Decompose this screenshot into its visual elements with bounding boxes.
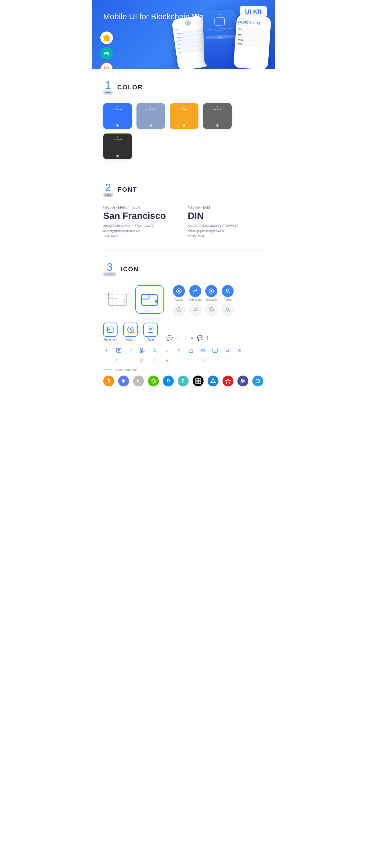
icon-circle-fill: ● — [191, 335, 194, 341]
svg-point-27 — [209, 307, 214, 312]
svg-rect-53 — [144, 351, 145, 351]
font-section-title: FONT — [118, 186, 137, 193]
crypto-ark — [223, 376, 233, 386]
svg-rect-80 — [243, 379, 245, 381]
svg-rect-72 — [196, 378, 198, 381]
icon-blueprint-group — [103, 285, 164, 314]
color-section-title: COLOR — [117, 84, 143, 91]
svg-point-28 — [210, 309, 212, 311]
svg-rect-55 — [144, 352, 145, 352]
tool-icons-row-2: + ✓ ★ < ↔ ✕ → ⓘ — [103, 356, 264, 364]
svg-point-24 — [227, 289, 229, 291]
phone-mockups: Profile Management Message Real Cash Nig… — [172, 6, 275, 69]
icon-assets: Assets — [173, 285, 185, 301]
color-swatch-blue: # 3574FA — [103, 103, 132, 129]
hero-badges: Ps 60+ Screens — [101, 32, 113, 69]
ps-badge: Ps — [101, 47, 113, 60]
icon-star: ☆ — [163, 347, 170, 354]
icon-info: ℹ — [207, 335, 209, 341]
icon-qr — [139, 347, 146, 354]
svg-rect-74 — [196, 381, 198, 383]
svg-point-65 — [153, 359, 156, 361]
crypto-neo — [148, 376, 159, 386]
font-section-number: 2 TWO — [103, 183, 113, 197]
blockchain-divider: BlockChain Icon — [103, 368, 264, 372]
icon-stack: ≡ — [176, 335, 179, 341]
font-san-francisco: Regular · Medium · Bold San Francisco AB… — [103, 206, 179, 239]
crypto-dash: D — [163, 376, 174, 386]
svg-point-25 — [177, 307, 181, 312]
icon-assets-outline — [173, 304, 185, 316]
color-swatch-slate: # 8DA0C8 — [137, 103, 165, 129]
icon-check-faded: ✓ — [127, 356, 134, 364]
icon-arrows-faded: ↔ — [188, 356, 194, 364]
svg-rect-10 — [108, 293, 127, 306]
crypto-strax — [252, 376, 263, 386]
icon-plus: + — [103, 347, 110, 354]
icon-discover-outline — [205, 304, 218, 316]
svg-rect-73 — [198, 378, 201, 381]
crypto-zcash: Z — [178, 376, 189, 386]
sketch-badge — [101, 32, 113, 44]
icon-nav-group: Assets Exchange Discover — [173, 285, 234, 316]
font-grid: Regular · Medium · Bold San Francisco AB… — [103, 206, 264, 239]
hero-section: Mobile UI for Blockchain Wallet UI Kit P… — [92, 0, 275, 69]
icon-list-faded — [115, 356, 122, 364]
font-section: 2 TWO FONT Regular · Medium · Bold San F… — [92, 171, 275, 250]
svg-rect-62 — [140, 358, 142, 360]
icon-profile: Profile — [221, 285, 234, 301]
crypto-ethereum — [118, 376, 129, 386]
blockchain-label: BlockChain Icon — [115, 368, 138, 372]
icon-exchange-outline — [189, 304, 201, 316]
icon-order: Order — [143, 322, 158, 341]
svg-marker-67 — [121, 379, 123, 382]
font-section-header: 2 TWO FONT — [103, 183, 264, 197]
svg-rect-64 — [140, 361, 142, 362]
icon-arrow-faded: → — [211, 356, 219, 364]
icon-info-faded: ⓘ — [224, 356, 230, 364]
phone-right: myWallet $6,297,502.12 Available ▼ $5000… — [233, 14, 272, 69]
icon-check: ✓ — [127, 347, 134, 354]
color-section-number: 1 ONE — [103, 80, 113, 95]
svg-marker-78 — [225, 379, 230, 383]
svg-point-58 — [202, 349, 204, 351]
icon-back-faded: < — [175, 356, 182, 364]
icon-plus-faded: + — [103, 356, 110, 364]
icon-exchange: Exchange — [189, 285, 201, 301]
crypto-bitcoin: ₿ — [103, 376, 114, 386]
icon-section-number: 3 THREE — [103, 262, 116, 276]
icon-close: ✕ — [236, 347, 243, 354]
icon-transfer: ⇄ — [224, 347, 230, 354]
svg-point-17 — [178, 290, 180, 292]
crypto-litecoin: Ł — [133, 376, 144, 386]
svg-point-26 — [178, 309, 180, 311]
icon-back: < — [175, 347, 182, 354]
icon-search-faded — [151, 356, 158, 364]
color-swatch-dark: # 303030 — [103, 133, 132, 159]
svg-rect-81 — [241, 381, 243, 383]
svg-rect-79 — [241, 379, 243, 381]
svg-marker-66 — [123, 379, 125, 382]
icon-search — [151, 347, 158, 354]
color-swatch-orange: # F5A623 — [170, 103, 198, 129]
svg-rect-82 — [243, 381, 245, 383]
svg-point-12 — [123, 300, 126, 303]
icon-star-orange: ★ — [163, 356, 170, 364]
icon-wallet-final — [135, 285, 164, 314]
icon-discover: Discover — [205, 285, 218, 301]
color-swatches: # 3574FA # 8DA0C8 # F5A623 # 666666 — [103, 103, 264, 159]
svg-point-23 — [210, 290, 212, 292]
svg-rect-75 — [198, 381, 201, 383]
icon-qr-faded — [139, 356, 146, 364]
svg-rect-52 — [143, 351, 144, 351]
color-swatch-gray: # 666666 — [203, 103, 232, 129]
crypto-icons-row: ₿ Ł D Z — [103, 376, 264, 386]
crypto-stratis — [207, 376, 219, 386]
icon-download — [211, 347, 219, 354]
icon-section-header: 3 THREE ICON — [103, 262, 264, 276]
icon-moon: ☽ — [182, 335, 187, 341]
color-section: 1 ONE COLOR # 3574FA # 8DA0C8 # F5A623 — [92, 69, 275, 171]
svg-marker-5 — [108, 37, 110, 41]
icon-close-faded: ✕ — [200, 356, 206, 364]
icon-management: Mangment — [103, 322, 117, 341]
